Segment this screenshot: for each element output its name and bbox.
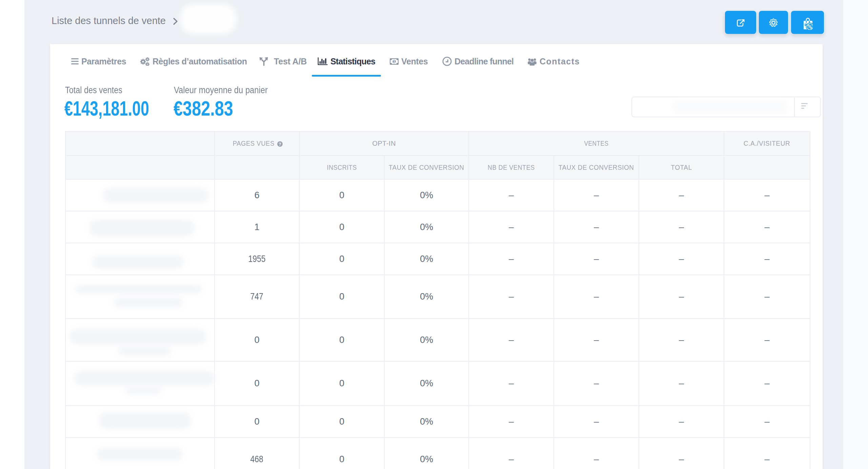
svg-text:1: 1	[393, 60, 395, 63]
svg-text:?: ?	[279, 142, 281, 146]
